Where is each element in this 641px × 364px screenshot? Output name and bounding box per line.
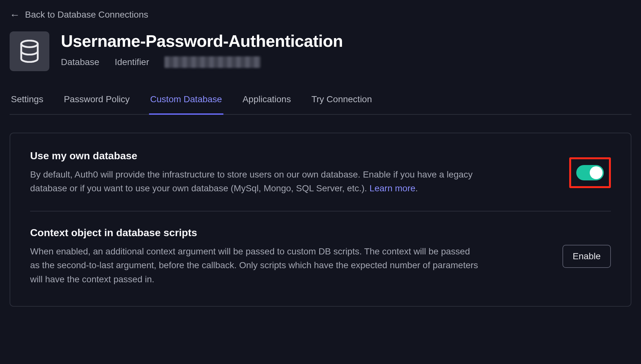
tab-applications[interactable]: Applications [241, 94, 292, 115]
context-object-title: Context object in database scripts [30, 227, 479, 239]
toggle-knob [590, 166, 603, 179]
own-database-title: Use my own database [30, 150, 479, 162]
back-link[interactable]: ← Back to Database Connections [10, 10, 148, 20]
page-header: Username-Password-Authentication Databas… [10, 31, 631, 71]
own-database-row: Use my own database By default, Auth0 wi… [30, 150, 611, 195]
own-database-toggle[interactable] [576, 165, 604, 180]
back-link-label: Back to Database Connections [25, 10, 148, 20]
svg-point-0 [21, 41, 37, 47]
identifier-value-redacted [164, 56, 261, 68]
section-divider [30, 211, 611, 211]
enable-context-button[interactable]: Enable [562, 245, 611, 268]
identifier-label: Identifier [115, 57, 149, 67]
database-icon [10, 31, 49, 71]
learn-more-link[interactable]: Learn more [370, 183, 415, 193]
own-database-description: By default, Auth0 will provide the infra… [30, 168, 479, 195]
context-object-row: Context object in database scripts When … [30, 227, 611, 286]
tab-bar: Settings Password Policy Custom Database… [10, 94, 631, 115]
tab-try-connection[interactable]: Try Connection [310, 94, 373, 115]
toggle-highlight [569, 157, 611, 188]
tab-password-policy[interactable]: Password Policy [62, 94, 131, 115]
context-object-description: When enabled, an additional context argu… [30, 244, 479, 286]
tab-custom-database[interactable]: Custom Database [149, 94, 223, 115]
connection-type-label: Database [61, 57, 99, 67]
arrow-left-icon: ← [10, 10, 20, 20]
page-title: Username-Password-Authentication [61, 31, 343, 51]
settings-card: Use my own database By default, Auth0 wi… [10, 133, 631, 307]
tab-settings[interactable]: Settings [10, 94, 45, 115]
